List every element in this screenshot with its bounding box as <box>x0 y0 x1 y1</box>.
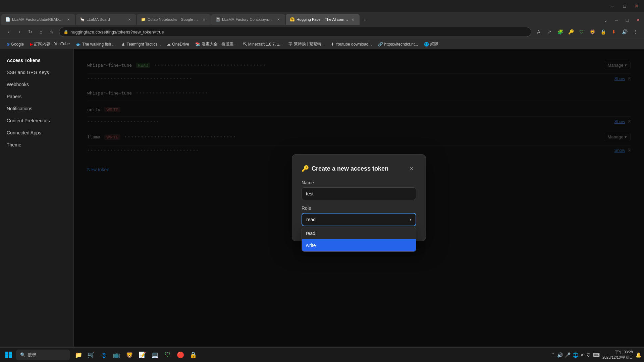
sidebar: Access Tokens SSH and GPG Keys Webhooks … <box>0 49 74 347</box>
bookmark-manga[interactable]: 📚 漫畫大全 - 看漫畫... <box>193 40 239 48</box>
home-btn[interactable]: ⌂ <box>36 27 46 37</box>
bookmark-net[interactable]: 🌐 網際 <box>421 40 441 48</box>
bookmark-convert[interactable]: 字 繁轉換 | 繁繁轉... <box>286 40 327 48</box>
sound-icon[interactable]: 🔊 <box>620 27 629 37</box>
bookmark-label-google: Google <box>11 42 24 47</box>
role-option-write[interactable]: write <box>302 239 416 251</box>
taskbar-media-icon[interactable]: 📺 <box>111 349 123 361</box>
tab-close-5[interactable]: ✕ <box>350 17 356 22</box>
bookmark-ytdl[interactable]: ⬇ Youtube download... <box>328 41 374 48</box>
taskbar-notepad-icon[interactable]: 📝 <box>136 349 148 361</box>
sidebar-item-theme[interactable]: Theme <box>0 139 73 151</box>
taskbar-vpn-icon[interactable]: 🔒 <box>187 349 199 361</box>
sidebar-item-content-prefs[interactable]: Content Preferences <box>0 115 73 127</box>
sidebar-item-ssh-gpg[interactable]: SSH and GPG Keys <box>0 66 73 78</box>
bookmark-youtube[interactable]: ▶ 訂閱內容 - YouTube <box>27 40 72 48</box>
bookmark-itechdct[interactable]: 🔗 https://itechdct.nt... <box>375 41 421 48</box>
taskbar-search-box[interactable]: 🔍 搜尋 <box>16 350 70 360</box>
taskbar-code-icon[interactable]: 💻 <box>149 349 161 361</box>
role-dropdown[interactable]: read ▾ <box>302 213 416 226</box>
main-content: whisper-fine-tune READ •••••••••••••••••… <box>74 49 644 347</box>
taskbar-kaspersky-icon[interactable]: 🛡 <box>162 349 174 361</box>
taskbar-brave-icon[interactable]: 🦁 <box>123 349 136 361</box>
tab-huggingface[interactable]: 🤗 Hugging Face – The AI commun... ✕ <box>286 14 360 25</box>
tab-llamafactory[interactable]: 📄 LLaMA-Factory/data/README.zh.m ✕ <box>1 14 75 25</box>
lock-icon: 🔒 <box>63 29 68 34</box>
forward-btn[interactable]: › <box>15 27 24 37</box>
idm-icon[interactable]: ⬇ <box>609 27 619 37</box>
restore-btn[interactable]: ─ <box>612 15 621 25</box>
svg-rect-0 <box>5 352 8 355</box>
max-btn[interactable]: □ <box>623 15 632 25</box>
taskbar-time-text: 下午 03:28 <box>602 350 633 355</box>
tray-up-arrow[interactable]: ⌃ <box>551 352 555 358</box>
windows-logo-icon <box>5 352 12 358</box>
tab-favicon-1: 📄 <box>5 17 10 22</box>
taskbar-store-icon[interactable]: 🛒 <box>85 349 97 361</box>
minimize-btn[interactable]: ─ <box>608 1 617 11</box>
brave-icon[interactable]: 🦁 <box>588 27 597 37</box>
tray-network-icon[interactable]: 🌐 <box>573 352 578 358</box>
name-form-group: Name <box>302 180 416 200</box>
tab-colab-notebooks[interactable]: 📁 Colab Notebooks - Google 雲端硬碟 ✕ <box>137 14 211 25</box>
modal: 🔑 Create a new access token × Name Role … <box>292 154 426 241</box>
tray-volume-icon[interactable]: 🔊 <box>557 352 563 358</box>
new-tab-button[interactable]: + <box>360 15 370 25</box>
nordvpn-icon[interactable]: 🔒 <box>598 27 608 37</box>
bookmark-walkingfish[interactable]: 🐟 The walking fish ... <box>73 41 118 48</box>
tab-favicon-3: 📁 <box>141 17 146 22</box>
tab-close-1[interactable]: ✕ <box>66 17 71 22</box>
bookmark-tft[interactable]: ♟ Teamfight Tactics... <box>119 41 163 48</box>
back-btn[interactable]: ‹ <box>4 27 13 37</box>
tab-list-btn[interactable]: ⌄ <box>601 15 610 25</box>
more-icon[interactable]: ⋮ <box>631 27 640 37</box>
bookmark-favicon-onedrive: ☁ <box>167 42 171 47</box>
bookmark-onedrive[interactable]: ☁ OneDrive <box>164 41 192 48</box>
bookmark-label-tft: Teamfight Tactics... <box>126 42 161 47</box>
tray-x-icon[interactable]: ✕ <box>580 352 584 358</box>
role-selected-value: read <box>306 217 316 222</box>
role-option-read[interactable]: read <box>302 227 416 239</box>
bookmark-minecraft[interactable]: ⛏ Minecraft 1.8.7, 1... <box>240 41 285 48</box>
start-button[interactable] <box>3 349 15 361</box>
taskbar-apps: 📁 🛒 ◎ 📺 🦁 📝 💻 🛡 🔴 🔒 <box>72 349 199 361</box>
name-input[interactable] <box>302 187 416 200</box>
system-tray: ⌃ 🔊 🎤 🌐 ✕ 🛡 ⌨ <box>551 352 600 358</box>
x-btn[interactable]: ✕ <box>633 15 643 25</box>
tray-shield-icon[interactable]: 🛡 <box>586 352 591 358</box>
sidebar-item-webhooks[interactable]: Webhooks <box>0 78 73 90</box>
bitwarden-icon[interactable]: 🔑 <box>566 27 576 37</box>
modal-close-button[interactable]: × <box>407 164 416 173</box>
bookmark-google[interactable]: G Google <box>4 41 26 48</box>
taskbar-notification-icon[interactable]: 🔔 <box>636 352 641 358</box>
translate-icon[interactable]: A <box>534 27 543 37</box>
address-bar[interactable]: 🔒 huggingface.co/settings/tokens?new_tok… <box>59 27 531 37</box>
tab-llamaboard[interactable]: 🦙 LLaMA Board ✕ <box>76 14 136 25</box>
tab-title-5: Hugging Face – The AI commun... <box>297 17 348 21</box>
modal-title-text: Create a new access token <box>312 165 388 172</box>
tab-favicon-5: 🤗 <box>290 17 294 22</box>
taskbar-antivirus-icon[interactable]: 🔴 <box>174 349 186 361</box>
bookmarks-bar: G Google ▶ 訂閱內容 - YouTube 🐟 The walking … <box>0 39 644 49</box>
taskbar-clock[interactable]: 下午 03:28 2023/12/10/星期日 <box>602 350 633 360</box>
sidebar-item-notifications[interactable]: Notifications <box>0 103 73 115</box>
share-icon[interactable]: ↗ <box>545 27 554 37</box>
bookmark-btn[interactable]: ☆ <box>47 27 56 37</box>
tab-close-3[interactable]: ✕ <box>201 17 207 22</box>
tab-close-4[interactable]: ✕ <box>276 17 281 22</box>
taskbar-explorer-icon[interactable]: 📁 <box>72 349 85 361</box>
kaspersky-icon[interactable]: 🛡 <box>577 27 586 37</box>
tab-colab-ipynb[interactable]: 📓 LLaMA-Factory-Colab.ipynb - Colab... ✕ <box>211 14 285 25</box>
extensions-icon[interactable]: 🧩 <box>555 27 565 37</box>
maximize-btn[interactable]: □ <box>620 1 629 11</box>
reload-btn[interactable]: ↻ <box>25 27 35 37</box>
modal-overlay[interactable]: 🔑 Create a new access token × Name Role … <box>74 49 644 347</box>
sidebar-item-papers[interactable]: Papers <box>0 90 73 103</box>
tab-close-2[interactable]: ✕ <box>127 17 132 22</box>
tray-keyboard-icon[interactable]: ⌨ <box>593 352 600 358</box>
taskbar-edge-icon[interactable]: ◎ <box>98 349 110 361</box>
close-btn[interactable]: ✕ <box>632 1 641 11</box>
sidebar-item-connected-apps[interactable]: Connected Apps <box>0 127 73 139</box>
sidebar-item-access-tokens[interactable]: Access Tokens <box>0 54 73 66</box>
tray-mic-icon[interactable]: 🎤 <box>565 352 571 358</box>
